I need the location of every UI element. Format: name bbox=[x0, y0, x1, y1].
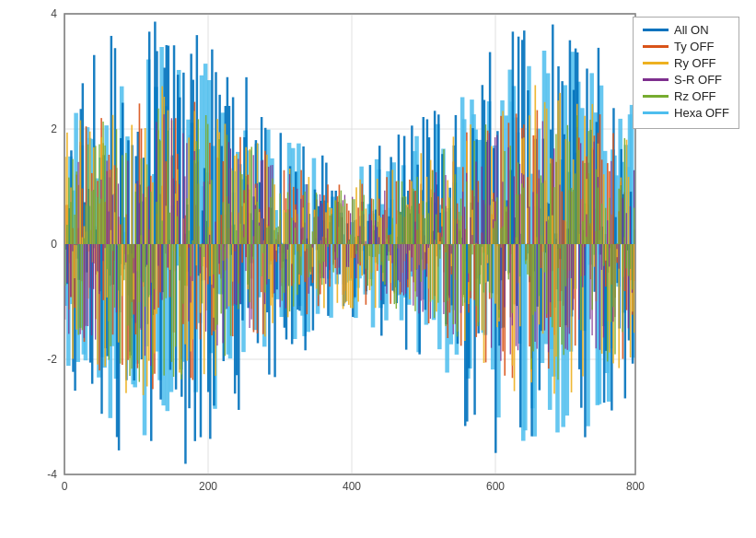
svg-rect-1100 bbox=[409, 244, 411, 299]
svg-rect-1357 bbox=[327, 228, 328, 244]
svg-rect-1166 bbox=[534, 85, 536, 244]
svg-rect-1732 bbox=[470, 244, 471, 291]
svg-rect-1448 bbox=[500, 244, 501, 361]
svg-rect-1754 bbox=[512, 244, 513, 313]
svg-rect-1700 bbox=[409, 209, 410, 244]
svg-rect-949 bbox=[122, 244, 123, 296]
svg-rect-1111 bbox=[430, 160, 432, 244]
svg-rect-1649 bbox=[312, 231, 313, 244]
svg-rect-1565 bbox=[152, 244, 153, 375]
svg-rect-1573 bbox=[168, 131, 169, 244]
svg-rect-1687 bbox=[384, 244, 385, 285]
svg-rect-1367 bbox=[346, 244, 347, 267]
svg-rect-1627 bbox=[270, 197, 271, 244]
svg-rect-1774 bbox=[550, 163, 551, 244]
svg-rect-1497 bbox=[594, 142, 595, 244]
svg-rect-1598 bbox=[215, 244, 215, 330]
svg-rect-924 bbox=[74, 244, 76, 278]
svg-rect-1599 bbox=[216, 244, 217, 325]
svg-rect-1339 bbox=[293, 220, 294, 244]
svg-rect-1595 bbox=[209, 244, 210, 276]
svg-rect-1500 bbox=[599, 244, 600, 350]
svg-rect-1030 bbox=[275, 244, 277, 251]
svg-rect-1634 bbox=[284, 244, 285, 293]
svg-rect-1363 bbox=[339, 244, 340, 268]
svg-rect-720 bbox=[257, 244, 259, 333]
svg-rect-1505 bbox=[609, 244, 610, 266]
svg-rect-1690 bbox=[390, 234, 390, 244]
svg-rect-1541 bbox=[106, 244, 107, 269]
svg-rect-1727 bbox=[460, 199, 461, 244]
svg-rect-1796 bbox=[591, 244, 592, 310]
svg-rect-1646 bbox=[306, 244, 307, 249]
svg-rect-1509 bbox=[616, 244, 617, 249]
svg-rect-1273 bbox=[168, 244, 169, 268]
svg-rect-1795 bbox=[589, 120, 590, 244]
svg-rect-1652 bbox=[318, 244, 319, 296]
svg-rect-1728 bbox=[462, 244, 463, 306]
svg-rect-1733 bbox=[471, 244, 472, 254]
legend-item-all-on: All ON bbox=[643, 23, 729, 37]
svg-rect-1678 bbox=[367, 244, 368, 286]
svg-rect-1223 bbox=[72, 244, 73, 251]
svg-rect-1066 bbox=[344, 244, 346, 303]
svg-rect-1748 bbox=[500, 228, 501, 244]
svg-rect-1240 bbox=[104, 244, 105, 248]
svg-rect-923 bbox=[72, 244, 74, 359]
svg-rect-1410 bbox=[428, 244, 429, 248]
svg-rect-1026 bbox=[268, 244, 270, 279]
svg-rect-1409 bbox=[426, 244, 427, 276]
svg-rect-1587 bbox=[194, 160, 195, 244]
svg-rect-1746 bbox=[496, 197, 497, 244]
svg-rect-1592 bbox=[204, 244, 204, 257]
svg-rect-1785 bbox=[571, 188, 572, 244]
svg-rect-1637 bbox=[289, 244, 290, 311]
svg-rect-1705 bbox=[418, 214, 419, 244]
svg-rect-1798 bbox=[596, 170, 597, 244]
svg-rect-1386 bbox=[382, 215, 383, 244]
svg-rect-1564 bbox=[150, 192, 151, 244]
svg-rect-1388 bbox=[386, 244, 387, 294]
svg-rect-1279 bbox=[179, 184, 180, 244]
svg-rect-1597 bbox=[213, 244, 214, 275]
svg-rect-767 bbox=[346, 204, 348, 244]
svg-rect-1182 bbox=[565, 139, 567, 244]
svg-rect-1304 bbox=[227, 244, 227, 309]
svg-rect-1778 bbox=[557, 244, 558, 380]
legend-color-ty-off bbox=[643, 45, 669, 48]
svg-rect-1704 bbox=[416, 177, 417, 244]
svg-rect-1582 bbox=[184, 244, 185, 286]
svg-rect-1617 bbox=[251, 146, 252, 244]
svg-rect-1038 bbox=[291, 244, 293, 263]
svg-rect-1555 bbox=[133, 244, 134, 258]
svg-rect-1636 bbox=[287, 193, 288, 244]
svg-rect-776 bbox=[363, 244, 365, 246]
svg-rect-1802 bbox=[603, 244, 604, 266]
svg-rect-983 bbox=[186, 244, 188, 361]
svg-rect-1536 bbox=[97, 197, 98, 244]
svg-rect-1510 bbox=[618, 244, 619, 269]
svg-rect-974 bbox=[169, 244, 171, 270]
svg-rect-1329 bbox=[273, 244, 274, 293]
svg-rect-1681 bbox=[373, 199, 374, 244]
svg-rect-1603 bbox=[225, 244, 226, 356]
svg-rect-1808 bbox=[614, 244, 615, 355]
svg-rect-1140 bbox=[485, 244, 487, 283]
svg-rect-1300 bbox=[218, 244, 219, 263]
svg-rect-1438 bbox=[482, 167, 483, 244]
svg-rect-961 bbox=[145, 128, 146, 244]
svg-rect-1251 bbox=[125, 244, 126, 263]
svg-rect-1547 bbox=[118, 244, 119, 290]
svg-text:400: 400 bbox=[343, 480, 361, 493]
svg-rect-1641 bbox=[297, 244, 297, 295]
svg-rect-1235 bbox=[95, 244, 96, 340]
svg-rect-1765 bbox=[532, 244, 533, 351]
legend-color-hexa-off bbox=[643, 111, 669, 114]
svg-rect-1579 bbox=[179, 244, 180, 280]
svg-rect-1429 bbox=[464, 206, 465, 244]
svg-rect-1332 bbox=[280, 244, 281, 307]
svg-rect-1384 bbox=[378, 237, 379, 244]
svg-rect-1575 bbox=[171, 244, 172, 362]
svg-rect-1028 bbox=[272, 244, 273, 323]
svg-rect-1395 bbox=[400, 244, 401, 282]
